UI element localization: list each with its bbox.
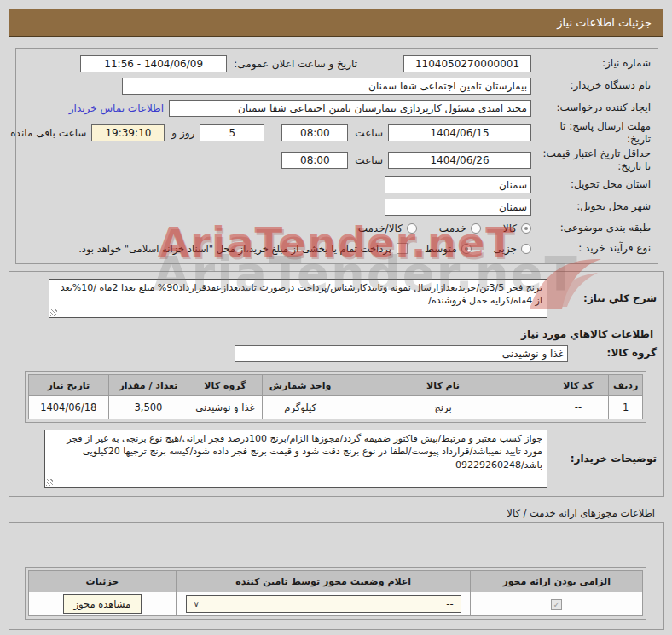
licenses-table-row: -- ∨ مشاهده مجوز bbox=[29, 592, 643, 616]
cell-unit: کیلوگرم bbox=[262, 396, 339, 419]
need-desc-text: برنج فجر 3/5تن/خریدبعدازارسال نمونه وتای… bbox=[61, 282, 542, 306]
cell-row-index: 1 bbox=[609, 396, 643, 419]
radio-goods-service-icon[interactable] bbox=[407, 223, 417, 234]
radio-goods-icon[interactable] bbox=[521, 223, 531, 234]
treasury-checkbox-icon[interactable] bbox=[397, 243, 408, 254]
buyer-notes-text: جواز کسب معتبر و مرتبط/پیش فاکتور ضمیمه … bbox=[67, 433, 542, 470]
col-unit: واحد شمارش bbox=[262, 375, 339, 396]
radio-service[interactable]: خدمت bbox=[439, 222, 481, 234]
view-license-button[interactable]: مشاهده مجوز bbox=[63, 594, 142, 614]
reply-deadline-hour-field[interactable]: 08:00 bbox=[281, 124, 348, 141]
city-label: شهر محل تحویل: bbox=[531, 200, 651, 213]
reply-deadline-date-field[interactable]: 1404/06/15 bbox=[388, 124, 531, 141]
province-label: استان محل تحویل: bbox=[531, 178, 651, 191]
col-row-index: ردیف bbox=[609, 375, 643, 396]
page-title: جزئیات اطلاعات نیاز bbox=[557, 16, 652, 29]
price-validity-hour-label: ساعت bbox=[348, 154, 388, 166]
goods-table-box: ردیف کد کالا نام کالا واحد شمارش گروه کا… bbox=[25, 371, 646, 423]
buyer-contact-link[interactable]: اطلاعات تماس خریدار bbox=[69, 102, 164, 114]
need-desc-textarea[interactable]: برنج فجر 3/5تن/خریدبعدازارسال نمونه وتای… bbox=[49, 279, 547, 318]
licenses-table-header-row: الزامی بودن ارائه مجوز اعلام وضعیت مجوز … bbox=[29, 571, 643, 592]
row-request-creator: ایجاد کننده درخواست: مجید امیدی مسئول کا… bbox=[23, 97, 651, 118]
goods-table-row: 1 -- برنج کیلوگرم غذا و نوشیدنی 3,500 14… bbox=[29, 396, 643, 419]
city-field[interactable]: سمنان bbox=[385, 199, 531, 216]
buyer-org-field[interactable]: بیمارستان تامین اجتماعی شفا سمنان bbox=[122, 78, 531, 95]
treasury-checkbox-label: پرداخت تمام یا بخشی از مبلغ خرید،از محل … bbox=[78, 243, 391, 255]
row-classification: طبقه بندی موضوعی: کالا خدمت کالا/خدمت bbox=[23, 218, 651, 238]
row-buyer-org: نام دستگاه خریدار: بیمارستان تامین اجتما… bbox=[23, 75, 651, 96]
cell-need-date: 1404/06/18 bbox=[29, 396, 109, 419]
cell-license-status: -- ∨ bbox=[176, 592, 471, 616]
buyer-notes-label: توضیحات خریدار: bbox=[547, 453, 657, 465]
col-goods-code: کد کالا bbox=[547, 375, 609, 396]
goods-group-label: گروه کالا: bbox=[568, 347, 657, 360]
announce-datetime-label: تاریخ و ساعت اعلان عمومی: bbox=[227, 58, 362, 70]
row-need-desc: شرح کلي نیاز: برنج فجر 3/5تن/خریدبعدازار… bbox=[16, 276, 657, 320]
col-license-required: الزامی بودن ارائه مجوز bbox=[471, 571, 643, 592]
cell-goods-code: -- bbox=[547, 396, 609, 419]
radio-medium-label: متوسط bbox=[425, 243, 457, 255]
time-remaining-field: 19:39:10 bbox=[91, 124, 165, 141]
cell-goods-name: برنج bbox=[339, 396, 547, 419]
resize-handle-icon[interactable] bbox=[46, 479, 53, 486]
request-creator-field[interactable]: مجید امیدی مسئول کارپردازی بیمارستان تام… bbox=[169, 100, 531, 117]
province-field[interactable]: سمنان bbox=[385, 176, 531, 193]
goods-section-title: اطلاعات کالاهاي مورد نیاز bbox=[16, 328, 653, 340]
row-city: شهر محل تحویل: سمنان bbox=[23, 196, 651, 217]
radio-service-icon[interactable] bbox=[471, 223, 481, 234]
treasury-checkbox[interactable]: پرداخت تمام یا بخشی از مبلغ خرید،از محل … bbox=[78, 243, 408, 255]
price-validity-date-field[interactable]: 1404/06/26 bbox=[388, 152, 531, 169]
price-validity-label: حداقل تاریخ اعتبار قیمت: تا تاریخ: bbox=[531, 147, 651, 173]
row-province: استان محل تحویل: سمنان bbox=[23, 174, 651, 195]
classification-label: طبقه بندی موضوعی: bbox=[531, 222, 651, 234]
goods-table-header-row: ردیف کد کالا نام کالا واحد شمارش گروه کا… bbox=[29, 375, 643, 396]
col-goods-group: گروه کالا bbox=[188, 375, 262, 396]
col-quantity: تعداد / مقدار bbox=[108, 375, 188, 396]
radio-medium[interactable]: متوسط bbox=[425, 243, 472, 255]
radio-partial[interactable]: جزیی bbox=[494, 243, 531, 255]
need-desc-label: شرح کلي نیاز: bbox=[547, 292, 657, 305]
radio-goods-service-label: کالا/خدمت bbox=[358, 222, 403, 234]
goods-table: ردیف کد کالا نام کالا واحد شمارش گروه کا… bbox=[28, 374, 643, 419]
radio-partial-icon[interactable] bbox=[521, 244, 531, 254]
radio-partial-label: جزیی bbox=[494, 243, 517, 255]
time-remaining-label: ساعت باقی مانده bbox=[3, 127, 91, 139]
licenses-table-box: الزامی بودن ارائه مجوز اعلام وضعیت مجوز … bbox=[25, 567, 646, 620]
col-license-details: جزئیات bbox=[29, 571, 177, 592]
reply-deadline-label: مهلت ارسال پاسخ: تا تاریخ: bbox=[531, 120, 651, 146]
need-info-panel: شماره نیاز: 1104050270000001 تاریخ و ساع… bbox=[15, 48, 658, 264]
radio-goods-label: کالا bbox=[503, 222, 517, 234]
row-need-number: شماره نیاز: 1104050270000001 تاریخ و ساع… bbox=[23, 53, 651, 74]
radio-goods-service[interactable]: کالا/خدمت bbox=[358, 222, 417, 234]
row-reply-deadline: مهلت ارسال پاسخ: تا تاریخ: 1404/06/15 سا… bbox=[23, 119, 651, 147]
chevron-down-icon: ∨ bbox=[194, 600, 200, 609]
license-status-select[interactable]: -- ∨ bbox=[186, 595, 461, 613]
licenses-section-title: اطلاعات مجوزهای ارائه خدمت / کالا bbox=[0, 507, 655, 519]
need-number-field[interactable]: 1104050270000001 bbox=[403, 55, 531, 72]
radio-medium-icon[interactable] bbox=[461, 244, 472, 254]
page-title-bar: جزئیات اطلاعات نیاز bbox=[9, 9, 663, 37]
goods-group-field[interactable]: غذا و نوشیدنی bbox=[235, 345, 568, 362]
license-required-checkbox-icon bbox=[551, 599, 562, 610]
licenses-panel: الزامی بودن ارائه مجوز اعلام وضعیت مجوز … bbox=[9, 522, 664, 630]
cell-quantity: 3,500 bbox=[108, 396, 188, 419]
announce-datetime-field[interactable]: 1404/06/09 - 11:56 bbox=[80, 55, 227, 72]
licenses-table: الزامی بودن ارائه مجوز اعلام وضعیت مجوز … bbox=[28, 570, 643, 616]
price-validity-hour-field[interactable]: 08:00 bbox=[281, 152, 348, 169]
need-number-label: شماره نیاز: bbox=[531, 57, 651, 70]
radio-goods[interactable]: کالا bbox=[503, 222, 531, 234]
days-remaining-field[interactable]: 5 bbox=[200, 124, 264, 141]
goods-panel: شرح کلي نیاز: برنج فجر 3/5تن/خریدبعدازار… bbox=[9, 271, 664, 497]
row-goods-group: گروه کالا: غذا و نوشیدنی bbox=[16, 343, 657, 364]
cell-goods-group: غذا و نوشیدنی bbox=[188, 396, 262, 419]
col-license-status: اعلام وضعیت مجوز توسط تامین کننده bbox=[176, 571, 471, 592]
row-price-validity: حداقل تاریخ اعتبار قیمت: تا تاریخ: 1404/… bbox=[23, 147, 651, 173]
resize-handle-icon[interactable] bbox=[50, 309, 57, 316]
col-need-date: تاریخ نیاز bbox=[29, 375, 109, 396]
days-remaining-label: روز و bbox=[165, 127, 200, 139]
request-creator-label: ایجاد کننده درخواست: bbox=[531, 101, 651, 114]
buyer-org-label: نام دستگاه خریدار: bbox=[531, 79, 651, 92]
buyer-notes-textarea[interactable]: جواز کسب معتبر و مرتبط/پیش فاکتور ضمیمه … bbox=[44, 430, 547, 488]
license-status-value: -- bbox=[446, 598, 453, 610]
row-buyer-notes: توضیحات خریدار: جواز کسب معتبر و مرتبط/پ… bbox=[16, 426, 657, 491]
